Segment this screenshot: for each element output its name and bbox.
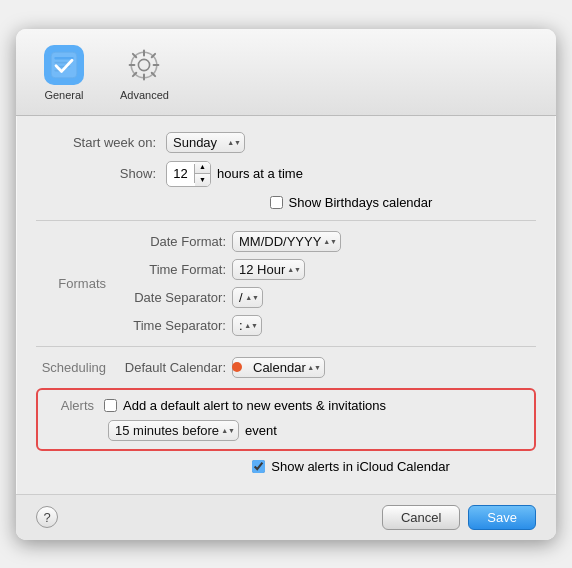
tab-general-label: General	[44, 89, 83, 101]
add-default-label: Add a default alert to new events & invi…	[123, 398, 386, 413]
help-button[interactable]: ?	[36, 506, 58, 528]
default-cal-select-wrap: Calendar	[232, 357, 325, 378]
add-default-row: Add a default alert to new events & invi…	[104, 398, 386, 413]
cancel-button[interactable]: Cancel	[382, 505, 460, 530]
content-area: Start week on: Sunday Monday Saturday Sh…	[16, 116, 556, 494]
time-format-select[interactable]: 12 Hour 24 Hour	[232, 259, 305, 280]
toolbar: General Advanced	[16, 29, 556, 116]
tab-advanced-label: Advanced	[120, 89, 169, 101]
default-cal-select[interactable]: Calendar	[232, 357, 325, 378]
date-format-select[interactable]: MM/DD/YYYY DD/MM/YYYY YYYY-MM-DD	[232, 231, 341, 252]
start-week-label: Start week on:	[36, 135, 166, 150]
default-cal-label: Default Calendar:	[116, 360, 226, 375]
show-label: Show:	[36, 166, 166, 181]
scheduling-section-label: Scheduling	[36, 360, 116, 375]
icloud-label: Show alerts in iCloud Calendar	[271, 459, 449, 474]
time-sep-label: Time Separator:	[116, 318, 226, 333]
svg-point-7	[139, 59, 150, 70]
help-icon: ?	[43, 510, 50, 525]
event-label: event	[245, 423, 277, 438]
minutes-select[interactable]: 15 minutes before 30 minutes before 1 ho…	[108, 420, 239, 441]
alerts-section-label: Alerts	[50, 398, 100, 413]
hours-decrement[interactable]: ▼	[195, 174, 210, 186]
time-format-select-wrap: 12 Hour 24 Hour	[232, 259, 305, 280]
hours-stepper-btns: ▲ ▼	[195, 162, 210, 186]
hours-value: 12	[167, 164, 195, 183]
start-week-select-wrap: Sunday Monday Saturday	[166, 132, 245, 153]
preferences-window: General Advanced	[16, 29, 556, 540]
birthdays-row: Show Birthdays calendar	[270, 195, 433, 210]
birthdays-label: Show Birthdays calendar	[289, 195, 433, 210]
svg-rect-5	[48, 49, 80, 81]
birthdays-checkbox[interactable]	[270, 196, 283, 209]
alerts-box: Alerts Add a default alert to new events…	[36, 388, 536, 451]
formats-section-label: Formats	[36, 276, 116, 291]
time-sep-select[interactable]: : .	[232, 315, 262, 336]
time-sep-select-wrap: : .	[232, 315, 262, 336]
save-button[interactable]: Save	[468, 505, 536, 530]
start-week-select[interactable]: Sunday Monday Saturday	[166, 132, 245, 153]
icloud-checkbox[interactable]	[252, 460, 265, 473]
tab-advanced[interactable]: Advanced	[112, 41, 177, 105]
date-format-select-wrap: MM/DD/YYYY DD/MM/YYYY YYYY-MM-DD	[232, 231, 341, 252]
minutes-select-wrap: 15 minutes before 30 minutes before 1 ho…	[108, 420, 239, 441]
action-buttons: Cancel Save	[382, 505, 536, 530]
tab-general[interactable]: General	[36, 41, 92, 105]
date-sep-label: Date Separator:	[116, 290, 226, 305]
date-sep-select[interactable]: / - .	[232, 287, 263, 308]
date-sep-select-wrap: / - .	[232, 287, 263, 308]
footer: ? Cancel Save	[16, 494, 556, 540]
time-format-label: Time Format:	[116, 262, 226, 277]
date-format-label: Date Format:	[116, 234, 226, 249]
hours-at-time-label: hours at a time	[217, 166, 303, 181]
icloud-row: Show alerts in iCloud Calendar	[252, 459, 449, 474]
hours-stepper: 12 ▲ ▼	[166, 161, 211, 187]
hours-increment[interactable]: ▲	[195, 162, 210, 174]
add-default-checkbox[interactable]	[104, 399, 117, 412]
